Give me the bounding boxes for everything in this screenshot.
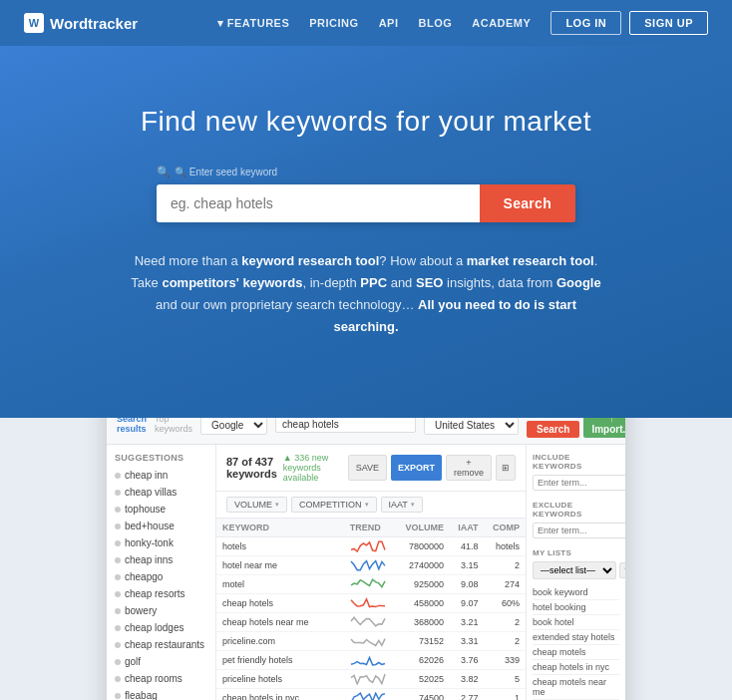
cell-volume: 925000 — [395, 575, 450, 594]
export-button[interactable]: EXPORT — [391, 455, 442, 481]
cell-volume: 7800000 — [395, 537, 450, 556]
toolbar-search-button[interactable]: Search — [527, 421, 579, 438]
cell-comp: 2 — [484, 613, 526, 632]
list-item-cheap-hotels-nyc: cheap hotels in nyc — [533, 660, 619, 675]
table-row[interactable]: cheap hotels in nyc 74500 2.77 1 — [216, 689, 526, 700]
table-row[interactable]: priceline.com 73152 3.31 2 — [216, 632, 526, 651]
col-header-trend: TREND — [344, 519, 395, 537]
cell-iaat: 41.8 — [450, 537, 484, 556]
list-item[interactable]: cheapgo — [107, 568, 215, 585]
bullet-icon — [115, 557, 121, 563]
cell-volume: 52025 — [395, 670, 450, 689]
cell-keyword: cheap hotels near me — [216, 613, 344, 632]
col-header-iaat: IAAT — [450, 519, 484, 537]
table-row[interactable]: pet friendly hotels 62026 3.76 339 — [216, 651, 526, 670]
table-row[interactable]: priceline hotels 52025 3.82 5 — [216, 670, 526, 689]
cell-iaat: 3.15 — [450, 556, 484, 575]
search-label: 🔍 🔍 Enter seed keyword — [157, 166, 575, 178]
cell-iaat: 3.31 — [450, 632, 484, 651]
nav-links: ▾ FEATURES PRICING API BLOG ACADEMY — [217, 17, 532, 30]
exclude-keywords-title: EXCLUDE KEYWORDS — [533, 501, 619, 519]
table-row[interactable]: motel 925000 9.08 274 — [216, 575, 526, 594]
list-item[interactable]: cheap inn — [107, 467, 215, 484]
cell-volume: 62026 — [395, 651, 450, 670]
list-item[interactable]: cheap inns — [107, 551, 215, 568]
list-item[interactable]: cheap resorts — [107, 585, 215, 602]
list-item[interactable]: cheap rooms — [107, 670, 215, 687]
list-item-hotel-booking: hotel booking — [533, 600, 619, 615]
bullet-icon — [115, 659, 121, 665]
exclude-keywords-input-row: Add — [533, 523, 619, 538]
engine-select[interactable]: Google — [200, 416, 267, 435]
bullet-icon — [115, 490, 121, 496]
keywords-new: ▲ 336 new keywords available — [283, 453, 342, 483]
list-item-extended-stay: extended stay hotels — [533, 630, 619, 645]
nav-academy[interactable]: ACADEMY — [472, 17, 531, 29]
table-row[interactable]: hotels 7800000 41.8 hotels — [216, 537, 526, 556]
cell-iaat: 9.07 — [450, 594, 484, 613]
cell-iaat: 3.76 — [450, 651, 484, 670]
list-item[interactable]: fleabag — [107, 687, 215, 700]
signup-button[interactable]: SIGN UP — [629, 11, 708, 35]
list-item[interactable]: cheap restaurants — [107, 636, 215, 653]
hero-search-input[interactable] — [157, 184, 480, 222]
hero-search-button[interactable]: Search — [480, 184, 576, 222]
list-item[interactable]: golf — [107, 653, 215, 670]
bullet-icon — [115, 625, 121, 631]
list-item[interactable]: tophouse — [107, 501, 215, 518]
cell-trend — [344, 537, 395, 556]
bullet-icon — [115, 507, 121, 513]
remove-button[interactable]: + remove — [446, 455, 492, 481]
list-item[interactable]: bowery — [107, 602, 215, 619]
list-edit-button[interactable]: ✎ — [619, 562, 625, 578]
list-item-book-hotel: book hotel — [533, 615, 619, 630]
options-button[interactable]: ⊞ — [496, 455, 516, 481]
hero-search-bar: Search — [157, 184, 575, 222]
chevron-down-icon: ▾ — [275, 501, 279, 509]
include-keywords-title: INCLUDE KEYWORDS — [533, 453, 619, 471]
cell-keyword: pet friendly hotels — [216, 651, 344, 670]
nav-blog[interactable]: BLOG — [418, 17, 452, 29]
logo-icon: W — [24, 13, 44, 33]
cell-volume: 74500 — [395, 689, 450, 700]
competition-filter[interactable]: COMPETITION ▾ — [291, 497, 377, 513]
table-row[interactable]: cheap hotels near me 368000 3.21 2 — [216, 613, 526, 632]
keywords-table: KEYWORD TREND VOLUME IAAT COMP hotels 78… — [216, 519, 526, 700]
my-lists-title: MY LISTS — [533, 548, 619, 557]
bullet-icon — [115, 524, 121, 529]
list-select[interactable]: —select list— — [533, 561, 616, 579]
location-select[interactable]: United States — [424, 416, 519, 435]
table-row[interactable]: hotel near me 2740000 3.15 2 — [216, 556, 526, 575]
results-action-buttons: SAVE EXPORT + remove ⊞ — [348, 455, 516, 481]
nav-pricing[interactable]: PRICING — [309, 17, 358, 29]
include-keywords-input-row: Add — [533, 475, 619, 491]
list-item-cheap-motels-near: cheap motels near me — [533, 675, 619, 700]
table-row[interactable]: cheap hotels 458000 9.07 60% — [216, 594, 526, 613]
nav-features[interactable]: ▾ FEATURES — [217, 17, 290, 30]
exclude-keywords-input[interactable] — [533, 523, 625, 538]
cell-iaat: 2.77 — [450, 689, 484, 700]
include-keywords-input[interactable] — [533, 475, 625, 491]
iaat-filter[interactable]: IAAT ▾ — [381, 497, 423, 513]
cell-trend — [344, 651, 395, 670]
keywords-table-wrap: KEYWORD TREND VOLUME IAAT COMP hotels 78… — [216, 519, 526, 700]
list-item[interactable]: cheap lodges — [107, 619, 215, 636]
login-button[interactable]: LOG IN — [550, 11, 621, 35]
save-button[interactable]: SAVE — [348, 455, 387, 481]
volume-filter[interactable]: VOLUME ▾ — [226, 497, 287, 513]
cell-comp: 2 — [484, 632, 526, 651]
cell-keyword: cheap hotels in nyc — [216, 689, 344, 700]
cell-comp: 5 — [484, 670, 526, 689]
nav-api[interactable]: API — [379, 17, 399, 29]
query-input[interactable] — [275, 416, 416, 433]
cell-volume: 2740000 — [395, 556, 450, 575]
bullet-icon — [115, 540, 121, 546]
cell-keyword: hotel near me — [216, 556, 344, 575]
query-input-group — [275, 416, 416, 433]
cell-iaat: 9.08 — [450, 575, 484, 594]
list-item[interactable]: honky-tonk — [107, 534, 215, 551]
list-item[interactable]: cheap villas — [107, 484, 215, 501]
list-item[interactable]: bed+house — [107, 518, 215, 534]
cell-volume: 73152 — [395, 632, 450, 651]
cell-iaat: 3.82 — [450, 670, 484, 689]
